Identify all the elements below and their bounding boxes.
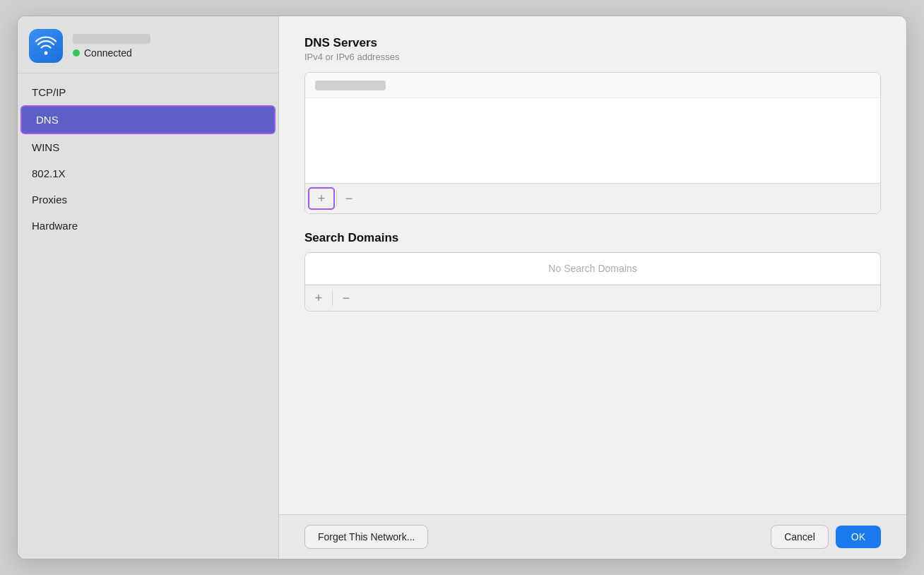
sd-remove-button[interactable]: − <box>334 288 358 308</box>
footer-right: Cancel OK <box>771 525 881 549</box>
sidebar: Connected TCP/IP DNS WINS 802.1X Proxies… <box>18 16 279 559</box>
dns-add-remove-bar: + − <box>305 183 880 213</box>
footer-left: Forget This Network... <box>304 525 428 549</box>
sd-btn-divider <box>332 290 333 306</box>
no-search-domains-label: No Search Domains <box>305 253 880 285</box>
search-domains-title: Search Domains <box>304 231 881 245</box>
network-settings-window: Connected TCP/IP DNS WINS 802.1X Proxies… <box>17 16 907 559</box>
wifi-icon <box>35 35 57 57</box>
connected-status: Connected <box>73 47 150 59</box>
dns-entry-value <box>315 81 386 90</box>
sidebar-header-text: Connected <box>73 34 150 59</box>
cancel-button[interactable]: Cancel <box>771 525 829 549</box>
sidebar-header: Connected <box>18 16 278 73</box>
sidebar-item-hardware[interactable]: Hardware <box>18 213 278 239</box>
sidebar-nav: TCP/IP DNS WINS 802.1X Proxies Hardware <box>18 73 278 244</box>
sidebar-item-8021x[interactable]: 802.1X <box>18 160 278 186</box>
main-content: DNS Servers IPv4 or IPv6 addresses + − <box>279 16 906 514</box>
main-panel: DNS Servers IPv4 or IPv6 addresses + − <box>279 16 906 559</box>
dns-servers-box: + − <box>304 72 881 214</box>
search-domains-section: Search Domains No Search Domains + − <box>304 231 881 312</box>
sidebar-item-dns[interactable]: DNS <box>20 105 276 134</box>
dns-remove-button[interactable]: − <box>337 189 361 208</box>
search-domains-box: No Search Domains + − <box>304 252 881 312</box>
dns-entry[interactable] <box>305 73 880 98</box>
wifi-icon-box <box>29 29 63 63</box>
sd-add-remove-bar: + − <box>305 285 880 311</box>
sidebar-item-tcpip[interactable]: TCP/IP <box>18 79 278 105</box>
dns-add-button[interactable]: + <box>309 189 333 208</box>
sd-add-button[interactable]: + <box>307 288 331 308</box>
ok-button[interactable]: OK <box>836 526 881 548</box>
forget-network-button[interactable]: Forget This Network... <box>304 525 428 549</box>
status-dot <box>73 49 80 57</box>
dns-servers-subtitle: IPv4 or IPv6 addresses <box>304 52 881 62</box>
network-name <box>73 34 150 44</box>
dns-add-btn-highlight: + <box>308 187 335 210</box>
sidebar-item-proxies[interactable]: Proxies <box>18 186 278 213</box>
dns-servers-section: DNS Servers IPv4 or IPv6 addresses + − <box>304 36 881 214</box>
sidebar-item-wins[interactable]: WINS <box>18 134 278 160</box>
dns-servers-title: DNS Servers <box>304 36 881 50</box>
connected-label: Connected <box>84 47 132 59</box>
main-footer: Forget This Network... Cancel OK <box>279 514 906 559</box>
dns-empty-area <box>305 98 880 183</box>
